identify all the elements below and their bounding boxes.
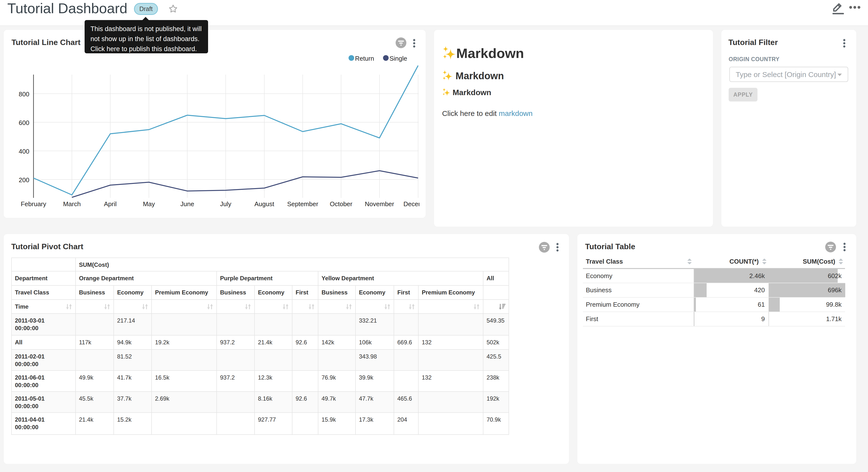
svg-text:May: May [143,200,155,208]
svg-text:September: September [287,200,318,208]
svg-text:April: April [104,200,117,208]
svg-text:Return: Return [355,55,374,62]
svg-text:August: August [254,200,275,208]
svg-text:March: March [63,200,81,208]
svg-text:July: July [220,200,231,208]
svg-text:200: 200 [19,176,29,184]
svg-text:400: 400 [19,148,29,155]
svg-text:November: November [365,200,394,208]
svg-text:600: 600 [19,119,29,126]
svg-text:June: June [181,200,194,208]
svg-text:December: December [403,200,419,208]
svg-text:800: 800 [19,90,29,98]
svg-text:Single: Single [390,55,407,62]
svg-text:October: October [330,200,352,208]
svg-text:February: February [21,200,46,208]
